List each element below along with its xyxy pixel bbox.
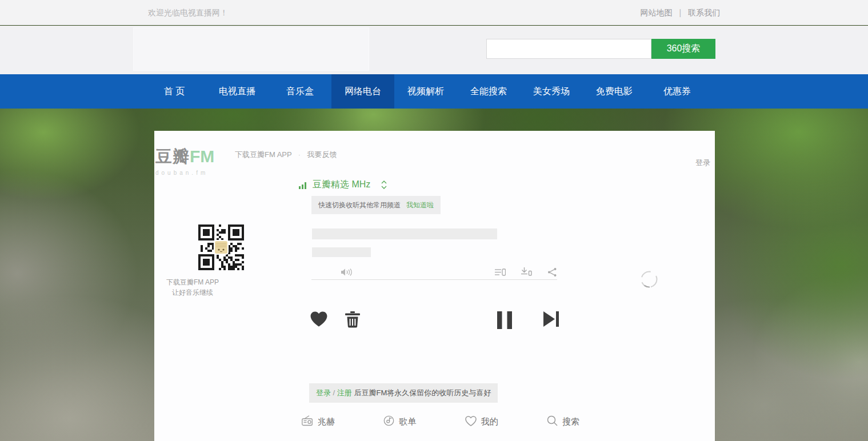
fm-tab-label: 兆赫	[318, 416, 335, 427]
logo-zh: 豆瓣	[155, 147, 190, 166]
tooltip-dismiss-link[interactable]: 我知道啦	[406, 201, 434, 209]
topbar-divider: |	[679, 8, 681, 17]
nav-item-video-parse[interactable]: 视频解析	[394, 74, 457, 109]
nav-item-web-radio[interactable]: 网络电台	[331, 74, 394, 109]
tooltip-text: 快速切换收听其他常用频道	[318, 201, 401, 209]
welcome-text: 欢迎光临电视直播网！	[148, 8, 228, 18]
nav-item-music-box[interactable]: 音乐盒	[269, 74, 331, 109]
search-icon	[547, 415, 558, 428]
fm-tab-megahertz[interactable]: 兆赫	[302, 415, 335, 428]
fm-mascot-icon	[214, 240, 229, 255]
channel-tooltip: 快速切换收听其他常用频道我知道啦	[311, 196, 441, 214]
trash-button[interactable]	[345, 311, 360, 328]
radio-icon	[302, 415, 313, 428]
feedback-link[interactable]: 我要反馈	[307, 150, 337, 159]
channel-name: 豆瓣精选 MHz	[313, 179, 370, 191]
fm-tab-label: 歌单	[399, 416, 416, 427]
login-notice: 登录 / 注册 后豆瓣FM将永久保留你的收听历史与喜好	[309, 383, 498, 403]
loading-spinner-icon	[639, 269, 659, 290]
fm-bottom-nav: 兆赫 歌单 我的	[302, 415, 579, 428]
fm-top-links: 下载豆瓣FM APP · 我要反馈	[235, 150, 337, 160]
nav-item-free-movie[interactable]: 免费电影	[583, 74, 646, 109]
logo-fm: FM	[190, 147, 214, 166]
topbar: 欢迎光临电视直播网！ 网站地图 | 联系我们	[0, 0, 868, 25]
nav-item-beauty-show[interactable]: 美女秀场	[520, 74, 583, 109]
site-header: 360搜索	[0, 26, 868, 74]
search-button[interactable]: 360搜索	[651, 39, 715, 59]
sitemap-link[interactable]: 网站地图	[641, 8, 673, 17]
pause-button[interactable]	[497, 311, 512, 329]
lyrics-icon[interactable]	[495, 267, 506, 277]
fm-tab-mine[interactable]: 我的	[465, 415, 498, 428]
channel-selector[interactable]: 豆瓣精选 MHz	[299, 179, 387, 191]
fm-tab-search[interactable]: 搜索	[547, 415, 579, 428]
chevron-updown-icon	[381, 180, 387, 190]
qr-caption-line2: 让好音乐继续	[135, 288, 250, 298]
main-nav: 首 页 电视直播 音乐盒 网络电台 视频解析 全能搜索 美女秀场 免费电影 优惠…	[0, 74, 868, 109]
fm-tab-label: 我的	[481, 416, 498, 427]
logo-domain: douban.fm	[155, 170, 218, 176]
download-icon[interactable]	[521, 267, 532, 277]
nav-item-all-search[interactable]: 全能搜索	[457, 74, 520, 109]
artist-placeholder	[312, 247, 371, 257]
fm-tab-label: 搜索	[562, 416, 579, 427]
fm-login-link[interactable]: 登录	[695, 158, 710, 168]
nav-item-coupon[interactable]: 优惠券	[646, 74, 709, 109]
volume-icon[interactable]	[341, 268, 353, 276]
nav-item-home[interactable]: 首 页	[143, 74, 206, 109]
disc-icon	[383, 415, 394, 428]
qr-code	[198, 224, 244, 270]
qr-caption-line1: 下载豆瓣FM APP	[135, 278, 250, 287]
fm-tab-playlists[interactable]: 歌单	[383, 415, 416, 428]
signal-bars-icon	[299, 181, 307, 189]
site-logo-placeholder	[133, 27, 369, 71]
notice-register-link[interactable]: 注册	[337, 388, 352, 397]
download-app-link[interactable]: 下载豆瓣FM APP	[235, 150, 291, 159]
notice-message: 后豆瓣FM将永久保留你的收听历史与喜好	[352, 388, 491, 397]
notice-separator: /	[331, 388, 337, 397]
contact-link[interactable]: 联系我们	[688, 8, 720, 17]
douban-fm-panel: 豆瓣FM douban.fm 下载豆瓣FM APP · 我要反馈 登录 豆瓣精选…	[154, 131, 715, 441]
like-heart-button[interactable]	[310, 311, 327, 327]
progress-track	[311, 279, 557, 280]
share-icon[interactable]	[547, 267, 557, 277]
search-input[interactable]	[486, 39, 651, 59]
nav-item-tv-live[interactable]: 电视直播	[206, 74, 269, 109]
song-title-placeholder	[312, 228, 497, 239]
heart-outline-icon	[465, 416, 477, 428]
notice-login-link[interactable]: 登录	[316, 388, 331, 397]
topbar-links: 网站地图 | 联系我们	[641, 8, 720, 18]
douban-fm-logo: 豆瓣FM douban.fm	[155, 146, 218, 176]
skip-next-button[interactable]	[543, 311, 559, 327]
link-dot-separator: ·	[298, 151, 301, 158]
